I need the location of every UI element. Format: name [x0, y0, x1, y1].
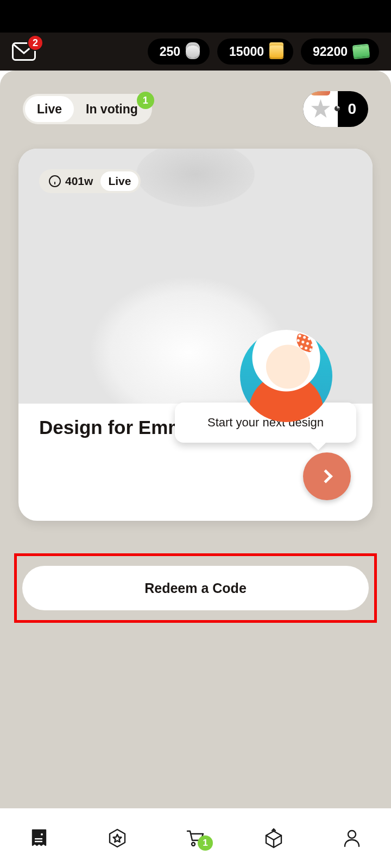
star-icon-box	[303, 91, 338, 127]
nav-cart[interactable]: 1	[156, 828, 235, 848]
svg-point-4	[192, 843, 195, 846]
currency-coins[interactable]: 250	[148, 39, 210, 65]
app-header: 2 250 15000 92200	[0, 33, 391, 71]
clock-icon	[49, 175, 61, 187]
card-title: Design for Emma	[39, 417, 195, 438]
nav-home[interactable]	[0, 828, 78, 848]
live-status: Live	[100, 171, 138, 191]
currency-amount: 92200	[313, 44, 348, 59]
main-panel: Live In voting 1 0 401w	[0, 71, 391, 808]
profile-icon	[342, 828, 362, 848]
redeem-code-button[interactable]: Redeem a Code	[22, 566, 369, 610]
currency-row: 250 15000 92200	[148, 39, 379, 65]
tabs-pill: Live In voting 1	[23, 94, 152, 124]
cash-stack-icon	[352, 45, 370, 58]
nav-profile[interactable]	[313, 828, 391, 848]
coin-stack-icon	[186, 46, 200, 58]
redeem-highlight-box: Redeem a Code	[14, 553, 377, 623]
currency-amount: 15000	[229, 44, 264, 59]
svg-point-1	[41, 833, 43, 835]
host-avatar	[240, 330, 332, 422]
star-icon	[310, 99, 331, 119]
currency-cash[interactable]: 92200	[301, 39, 379, 65]
tab-in-voting[interactable]: In voting 1	[74, 96, 150, 122]
redeem-label: Redeem a Code	[144, 580, 247, 596]
gold-stack-icon	[269, 46, 283, 58]
tab-label: In voting	[86, 102, 138, 117]
currency-amount: 250	[160, 44, 180, 59]
currency-gold[interactable]: 15000	[217, 39, 293, 65]
svg-rect-2	[35, 838, 42, 839]
status-bar-spacer	[0, 0, 391, 33]
start-design-button[interactable]	[303, 452, 351, 500]
design-card[interactable]: 401w Live Design for Emma Start your nex…	[18, 149, 373, 521]
bottom-nav: 1	[0, 808, 391, 868]
mail-badge: 2	[27, 35, 43, 51]
star-hex-icon	[107, 828, 128, 848]
card-status-chip: 401w Live	[39, 169, 141, 193]
time-remaining: 401w	[41, 171, 100, 191]
svg-point-6	[348, 831, 356, 838]
nav-inventory[interactable]	[235, 828, 313, 848]
cart-badge: 1	[198, 835, 213, 851]
voting-count-badge: 1	[137, 92, 154, 109]
mail-button[interactable]: 2	[12, 42, 36, 61]
box-icon	[263, 828, 284, 848]
tab-label: Live	[37, 102, 62, 117]
nav-challenges[interactable]	[78, 828, 156, 848]
star-count: 0	[338, 100, 368, 118]
receipt-icon	[29, 828, 49, 848]
tab-live[interactable]: Live	[25, 96, 74, 122]
svg-rect-3	[35, 841, 42, 842]
star-score-chip[interactable]: 0	[303, 91, 368, 127]
tabs-row: Live In voting 1 0	[0, 91, 391, 127]
chevron-right-icon	[319, 469, 332, 483]
